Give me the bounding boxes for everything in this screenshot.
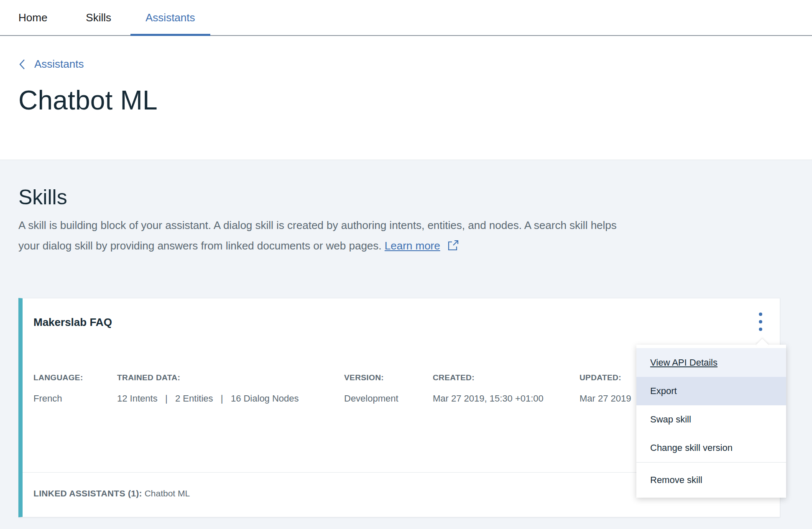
- meta-value: Development: [344, 393, 433, 404]
- meta-label: TRAINED DATA:: [117, 373, 344, 382]
- overflow-menu-icon[interactable]: [751, 308, 770, 335]
- meta-created: CREATED: Mar 27 2019, 15:30 +01:00: [433, 373, 580, 404]
- linked-assistants-label: LINKED ASSISTANTS (1):: [33, 488, 142, 498]
- tab-skills[interactable]: Skills: [86, 0, 111, 35]
- menu-item-change-skill-version[interactable]: Change skill version: [636, 434, 786, 462]
- breadcrumb-assistants[interactable]: Assistants: [18, 58, 84, 71]
- skills-heading: Skills: [18, 185, 812, 209]
- menu-item-remove-skill[interactable]: Remove skill: [636, 463, 786, 498]
- linked-assistants-value: Chatbot ML: [145, 488, 190, 498]
- skill-context-menu: View API Details Export Swap skill Chang…: [636, 345, 786, 498]
- meta-label: UPDATED:: [580, 373, 631, 382]
- page-header: Assistants Chatbot ML: [0, 36, 812, 116]
- top-nav: Home Skills Assistants: [0, 0, 812, 36]
- meta-value: Mar 27 2019, 15:30 +01:00: [433, 393, 580, 404]
- meta-label: CREATED:: [433, 373, 580, 382]
- skills-description-line2: your dialog skill by providing answers f…: [18, 239, 382, 252]
- meta-label: LANGUAGE:: [33, 373, 117, 382]
- skills-description-line1: A skill is building block of your assist…: [18, 219, 617, 231]
- meta-value: French: [33, 393, 117, 404]
- kebab-dot: [759, 320, 762, 323]
- skills-description: A skill is building block of your assist…: [18, 215, 794, 256]
- meta-updated: UPDATED: Mar 27 2019: [580, 373, 631, 404]
- chevron-left-icon: [18, 58, 26, 71]
- tab-home[interactable]: Home: [18, 0, 47, 35]
- skill-card-title: Makerslab FAQ: [23, 298, 780, 329]
- meta-value: Mar 27 2019: [580, 393, 631, 404]
- meta-version: VERSION: Development: [344, 373, 433, 404]
- page-title: Chatbot ML: [18, 85, 812, 116]
- meta-label: VERSION:: [344, 373, 433, 382]
- menu-item-export[interactable]: Export: [636, 377, 786, 405]
- meta-language: LANGUAGE: French: [33, 373, 117, 404]
- meta-trained-data: TRAINED DATA: 12 Intents | 2 Entities | …: [117, 373, 344, 404]
- launch-icon: [447, 239, 459, 251]
- learn-more-link[interactable]: Learn more: [385, 239, 440, 252]
- tab-assistants[interactable]: Assistants: [130, 0, 210, 35]
- meta-value: 12 Intents | 2 Entities | 16 Dialog Node…: [117, 393, 344, 404]
- kebab-dot: [759, 328, 762, 331]
- menu-item-view-api-details[interactable]: View API Details: [636, 348, 786, 377]
- breadcrumb-label: Assistants: [34, 58, 84, 71]
- menu-item-swap-skill[interactable]: Swap skill: [636, 405, 786, 434]
- kebab-dot: [759, 313, 762, 316]
